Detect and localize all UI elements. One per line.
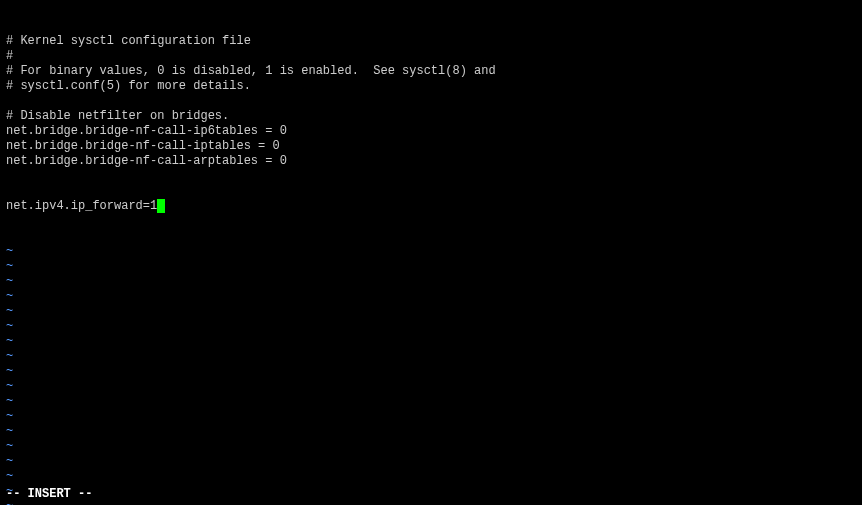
vim-empty-line: ~ <box>6 454 856 469</box>
cursor-line: net.ipv4.ip_forward=1 <box>6 199 856 214</box>
file-line <box>6 94 856 109</box>
vim-empty-line: ~ <box>6 394 856 409</box>
vim-empty-line: ~ <box>6 499 856 505</box>
vim-empty-line: ~ <box>6 334 856 349</box>
vim-empty-line: ~ <box>6 424 856 439</box>
file-line: net.bridge.bridge-nf-call-arptables = 0 <box>6 154 856 169</box>
file-line: net.bridge.bridge-nf-call-ip6tables = 0 <box>6 124 856 139</box>
cursor-line-text: net.ipv4.ip_forward=1 <box>6 199 157 213</box>
vim-empty-line: ~ <box>6 289 856 304</box>
text-cursor <box>157 199 165 213</box>
vim-empty-line: ~ <box>6 274 856 289</box>
file-line: # Kernel sysctl configuration file <box>6 34 856 49</box>
vim-empty-line: ~ <box>6 439 856 454</box>
vim-empty-line: ~ <box>6 349 856 364</box>
vim-empty-line: ~ <box>6 409 856 424</box>
terminal-editor[interactable]: # Kernel sysctl configuration file## For… <box>6 4 856 505</box>
file-line: net.bridge.bridge-nf-call-iptables = 0 <box>6 139 856 154</box>
vim-empty-line: ~ <box>6 244 856 259</box>
vim-empty-line: ~ <box>6 364 856 379</box>
vim-empty-line: ~ <box>6 304 856 319</box>
vim-empty-line: ~ <box>6 259 856 274</box>
file-line: # <box>6 49 856 64</box>
vim-empty-line: ~ <box>6 484 856 499</box>
file-line: # For binary values, 0 is disabled, 1 is… <box>6 64 856 79</box>
vim-empty-line: ~ <box>6 469 856 484</box>
vim-empty-line: ~ <box>6 379 856 394</box>
file-line: # Disable netfilter on bridges. <box>6 109 856 124</box>
vim-mode-indicator: -- INSERT -- <box>6 487 92 501</box>
vim-status-bar: -- INSERT -- <box>6 487 92 501</box>
file-line: # sysctl.conf(5) for more details. <box>6 79 856 94</box>
vim-empty-line: ~ <box>6 319 856 334</box>
